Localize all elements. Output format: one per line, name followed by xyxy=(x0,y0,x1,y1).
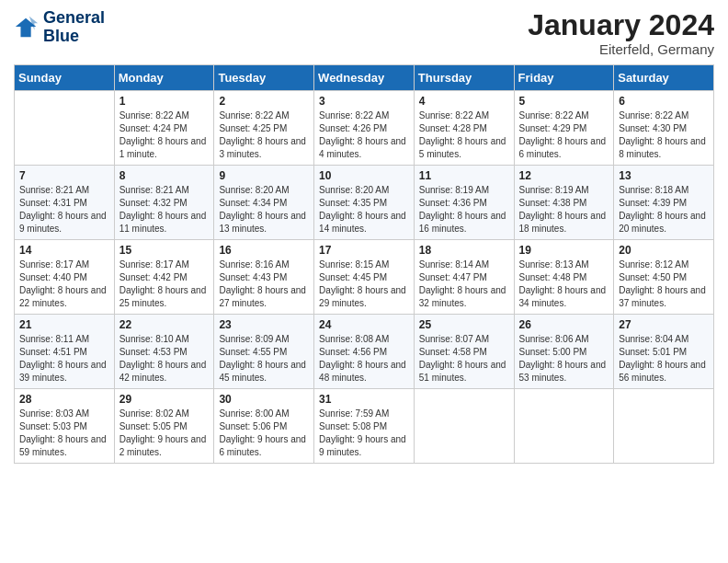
calendar-week-row: 1Sunrise: 8:22 AMSunset: 4:24 PMDaylight… xyxy=(15,91,714,166)
col-monday: Monday xyxy=(114,65,214,91)
day-detail: Sunrise: 8:22 AMSunset: 4:29 PMDaylight:… xyxy=(519,109,609,161)
day-detail: Sunrise: 8:00 AMSunset: 5:06 PMDaylight:… xyxy=(219,408,309,459)
day-detail: Sunrise: 8:13 AMSunset: 4:48 PMDaylight:… xyxy=(519,259,609,310)
logo-line2: Blue xyxy=(43,28,105,46)
calendar-cell: 25Sunrise: 8:07 AMSunset: 4:58 PMDayligh… xyxy=(414,315,514,389)
calendar-week-row: 14Sunrise: 8:17 AMSunset: 4:40 PMDayligh… xyxy=(15,240,714,315)
day-number: 7 xyxy=(19,169,109,182)
calendar-cell: 24Sunrise: 8:08 AMSunset: 4:56 PMDayligh… xyxy=(314,315,415,389)
day-number: 3 xyxy=(319,95,409,108)
calendar-cell: 18Sunrise: 8:14 AMSunset: 4:47 PMDayligh… xyxy=(414,240,514,315)
logo: General Blue xyxy=(14,9,105,46)
logo-icon xyxy=(14,15,40,40)
day-detail: Sunrise: 8:17 AMSunset: 4:42 PMDaylight:… xyxy=(119,259,210,310)
page: General Blue January 2024 Eiterfeld, Ger… xyxy=(0,0,728,563)
day-number: 6 xyxy=(619,95,709,108)
day-detail: Sunrise: 8:20 AMSunset: 4:35 PMDaylight:… xyxy=(319,184,409,236)
day-detail: Sunrise: 8:16 AMSunset: 4:43 PMDaylight:… xyxy=(219,259,309,310)
day-detail: Sunrise: 8:14 AMSunset: 4:47 PMDaylight:… xyxy=(419,259,509,310)
calendar-cell: 20Sunrise: 8:12 AMSunset: 4:50 PMDayligh… xyxy=(614,240,714,315)
calendar-week-row: 21Sunrise: 8:11 AMSunset: 4:51 PMDayligh… xyxy=(15,315,714,389)
day-detail: Sunrise: 8:17 AMSunset: 4:40 PMDaylight:… xyxy=(19,259,109,310)
day-detail: Sunrise: 8:07 AMSunset: 4:58 PMDaylight:… xyxy=(419,333,509,385)
day-number: 16 xyxy=(219,244,309,257)
calendar-cell: 10Sunrise: 8:20 AMSunset: 4:35 PMDayligh… xyxy=(314,166,415,240)
day-number: 30 xyxy=(219,393,309,406)
calendar-cell: 14Sunrise: 8:17 AMSunset: 4:40 PMDayligh… xyxy=(15,240,115,315)
calendar-cell: 12Sunrise: 8:19 AMSunset: 4:38 PMDayligh… xyxy=(514,166,614,240)
day-detail: Sunrise: 8:22 AMSunset: 4:30 PMDaylight:… xyxy=(619,109,709,161)
calendar-cell xyxy=(614,389,714,464)
day-detail: Sunrise: 8:09 AMSunset: 4:55 PMDaylight:… xyxy=(219,333,309,385)
calendar-subtitle: Eiterfeld, Germany xyxy=(528,41,714,57)
day-detail: Sunrise: 8:19 AMSunset: 4:36 PMDaylight:… xyxy=(419,184,509,236)
calendar-cell: 11Sunrise: 8:19 AMSunset: 4:36 PMDayligh… xyxy=(414,166,514,240)
day-detail: Sunrise: 7:59 AMSunset: 5:08 PMDaylight:… xyxy=(319,408,409,459)
calendar-cell: 27Sunrise: 8:04 AMSunset: 5:01 PMDayligh… xyxy=(614,315,714,389)
day-detail: Sunrise: 8:08 AMSunset: 4:56 PMDaylight:… xyxy=(319,333,409,385)
day-number: 22 xyxy=(119,318,210,331)
col-wednesday: Wednesday xyxy=(314,65,415,91)
col-friday: Friday xyxy=(514,65,614,91)
calendar-week-row: 7Sunrise: 8:21 AMSunset: 4:31 PMDaylight… xyxy=(15,166,714,240)
calendar-cell: 7Sunrise: 8:21 AMSunset: 4:31 PMDaylight… xyxy=(15,166,115,240)
day-number: 29 xyxy=(119,393,210,406)
calendar-cell: 19Sunrise: 8:13 AMSunset: 4:48 PMDayligh… xyxy=(514,240,614,315)
day-detail: Sunrise: 8:06 AMSunset: 5:00 PMDaylight:… xyxy=(519,333,609,385)
day-number: 14 xyxy=(19,244,109,257)
calendar-week-row: 28Sunrise: 8:03 AMSunset: 5:03 PMDayligh… xyxy=(15,389,714,464)
calendar-cell: 30Sunrise: 8:00 AMSunset: 5:06 PMDayligh… xyxy=(214,389,314,464)
day-number: 23 xyxy=(219,318,309,331)
calendar-cell: 29Sunrise: 8:02 AMSunset: 5:05 PMDayligh… xyxy=(114,389,214,464)
calendar-cell xyxy=(514,389,614,464)
day-number: 27 xyxy=(619,318,709,331)
col-saturday: Saturday xyxy=(614,65,714,91)
day-number: 18 xyxy=(419,244,509,257)
day-number: 5 xyxy=(519,95,609,108)
calendar-cell: 15Sunrise: 8:17 AMSunset: 4:42 PMDayligh… xyxy=(114,240,214,315)
day-number: 1 xyxy=(119,95,210,108)
calendar-cell: 4Sunrise: 8:22 AMSunset: 4:28 PMDaylight… xyxy=(414,91,514,166)
day-number: 28 xyxy=(19,393,109,406)
day-number: 11 xyxy=(419,169,509,182)
calendar-cell: 1Sunrise: 8:22 AMSunset: 4:24 PMDaylight… xyxy=(114,91,214,166)
day-number: 8 xyxy=(119,169,210,182)
calendar-cell: 16Sunrise: 8:16 AMSunset: 4:43 PMDayligh… xyxy=(214,240,314,315)
calendar-cell: 23Sunrise: 8:09 AMSunset: 4:55 PMDayligh… xyxy=(214,315,314,389)
day-detail: Sunrise: 8:19 AMSunset: 4:38 PMDaylight:… xyxy=(519,184,609,236)
day-detail: Sunrise: 8:22 AMSunset: 4:24 PMDaylight:… xyxy=(119,109,210,161)
calendar-cell: 22Sunrise: 8:10 AMSunset: 4:53 PMDayligh… xyxy=(114,315,214,389)
day-detail: Sunrise: 8:21 AMSunset: 4:31 PMDaylight:… xyxy=(19,184,109,236)
calendar-cell: 5Sunrise: 8:22 AMSunset: 4:29 PMDaylight… xyxy=(514,91,614,166)
calendar-cell: 28Sunrise: 8:03 AMSunset: 5:03 PMDayligh… xyxy=(15,389,115,464)
day-number: 9 xyxy=(219,169,309,182)
calendar-cell: 26Sunrise: 8:06 AMSunset: 5:00 PMDayligh… xyxy=(514,315,614,389)
day-number: 13 xyxy=(619,169,709,182)
calendar-cell: 6Sunrise: 8:22 AMSunset: 4:30 PMDaylight… xyxy=(614,91,714,166)
day-detail: Sunrise: 8:22 AMSunset: 4:28 PMDaylight:… xyxy=(419,109,509,161)
calendar-cell: 3Sunrise: 8:22 AMSunset: 4:26 PMDaylight… xyxy=(314,91,415,166)
header-row: Sunday Monday Tuesday Wednesday Thursday… xyxy=(15,65,714,91)
header: General Blue January 2024 Eiterfeld, Ger… xyxy=(14,9,714,57)
calendar-cell xyxy=(15,91,115,166)
calendar-title: January 2024 xyxy=(528,9,714,41)
logo-line1: General xyxy=(43,9,105,28)
day-number: 10 xyxy=(319,169,409,182)
day-detail: Sunrise: 8:21 AMSunset: 4:32 PMDaylight:… xyxy=(119,184,210,236)
day-number: 26 xyxy=(519,318,609,331)
calendar-table: Sunday Monday Tuesday Wednesday Thursday… xyxy=(14,64,714,464)
day-detail: Sunrise: 8:20 AMSunset: 4:34 PMDaylight:… xyxy=(219,184,309,236)
day-detail: Sunrise: 8:22 AMSunset: 4:26 PMDaylight:… xyxy=(319,109,409,161)
day-detail: Sunrise: 8:15 AMSunset: 4:45 PMDaylight:… xyxy=(319,259,409,310)
day-detail: Sunrise: 8:18 AMSunset: 4:39 PMDaylight:… xyxy=(619,184,709,236)
day-number: 21 xyxy=(19,318,109,331)
day-number: 2 xyxy=(219,95,309,108)
col-sunday: Sunday xyxy=(15,65,115,91)
day-detail: Sunrise: 8:02 AMSunset: 5:05 PMDaylight:… xyxy=(119,408,210,459)
day-detail: Sunrise: 8:03 AMSunset: 5:03 PMDaylight:… xyxy=(19,408,109,459)
day-detail: Sunrise: 8:04 AMSunset: 5:01 PMDaylight:… xyxy=(619,333,709,385)
calendar-cell: 9Sunrise: 8:20 AMSunset: 4:34 PMDaylight… xyxy=(214,166,314,240)
day-number: 4 xyxy=(419,95,509,108)
day-detail: Sunrise: 8:12 AMSunset: 4:50 PMDaylight:… xyxy=(619,259,709,310)
calendar-cell: 17Sunrise: 8:15 AMSunset: 4:45 PMDayligh… xyxy=(314,240,415,315)
